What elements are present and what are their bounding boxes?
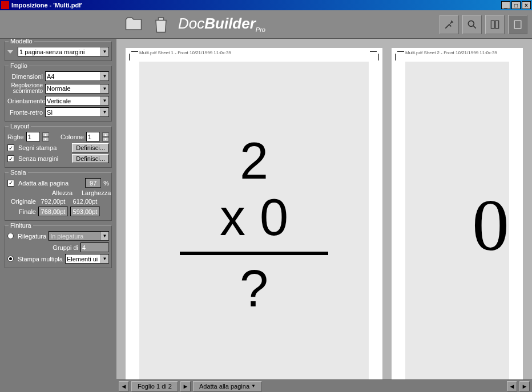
titlebar: Imposizione - 'Multi.pdf' _ □ ×: [0, 0, 532, 10]
page2-label: Multi.pdf Sheet 2 - Front 10/21/1999 11:…: [405, 50, 497, 55]
preview-view-button[interactable]: [508, 15, 527, 34]
toolbar: DocBuilderPro: [0, 10, 532, 39]
content-area: Multi.pdf Sheet 1 - Front 10/21/1999 11:…: [116, 39, 532, 392]
scroll-end-right-button[interactable]: ►: [519, 381, 530, 391]
rilegatura-label: Rilegatura: [18, 233, 46, 240]
collapse-icon[interactable]: [7, 50, 13, 54]
righe-spinner[interactable]: ▲▼: [42, 132, 49, 142]
layout-title: Layout: [9, 123, 31, 130]
dimensioni-select[interactable]: A4▼: [45, 71, 109, 81]
page2-content: 0: [405, 62, 509, 379]
senza-definisci-button[interactable]: Definisci...: [72, 154, 109, 163]
zoom-tool-button[interactable]: [462, 15, 482, 34]
colonne-spinner[interactable]: ▲▼: [102, 132, 109, 142]
foglio-group: Foglio Dimensioni A4▼ Regolazione scorri…: [5, 66, 112, 122]
senza-label: Senza margini: [18, 155, 70, 162]
app-logo: DocBuilderPro: [178, 15, 265, 33]
segni-definisci-button[interactable]: Definisci...: [72, 143, 109, 152]
originale-label: Originale: [7, 198, 36, 205]
dimensioni-label: Dimensioni: [7, 73, 43, 80]
rilegatura-radio[interactable]: [7, 233, 14, 239]
rilegatura-select[interactable]: In piegatura▼: [49, 231, 109, 241]
segni-checkbox[interactable]: ✓: [7, 144, 14, 151]
orientamento-label: Orientamento: [7, 98, 43, 104]
statusbar: ◄ Foglio 1 di 2 ► Adatta alla pagina ▼ ◄…: [116, 379, 532, 392]
app-icon: [1, 1, 9, 9]
adatta-checkbox[interactable]: ✓: [7, 180, 14, 187]
crop-mark-icon: [370, 51, 379, 60]
orientamento-select[interactable]: Verticale▼: [45, 96, 109, 106]
page-indicator[interactable]: Foglio 1 di 2: [131, 381, 178, 391]
open-folder-icon[interactable]: [123, 14, 144, 35]
page1-label: Multi.pdf Sheet 1 - Front 10/21/1999 11:…: [139, 50, 231, 55]
page-preview-2[interactable]: Multi.pdf Sheet 2 - Front 10/21/1999 11:…: [392, 48, 523, 379]
scroll-end-left-button[interactable]: ◄: [507, 381, 517, 391]
percent-input[interactable]: [85, 178, 101, 188]
layout-group: Layout Righe ▲▼ Colonne ▲▼ ✓ Segni stamp…: [5, 126, 112, 168]
colonne-input[interactable]: [86, 132, 100, 142]
page1-content: 2 x 0 ?: [139, 62, 369, 379]
settings-tool-button[interactable]: [440, 15, 459, 34]
minimize-button[interactable]: _: [501, 1, 510, 9]
modello-select[interactable]: 1 pagina-senza margini▼: [18, 47, 109, 56]
close-button[interactable]: ×: [522, 1, 531, 9]
finitura-title: Finitura: [9, 222, 33, 229]
math-line: [180, 252, 328, 255]
scroll-right-button[interactable]: ►: [180, 381, 191, 391]
scroll-left-button[interactable]: ◄: [119, 381, 129, 391]
modello-title: Modello: [9, 39, 34, 45]
modello-group: Modello 1 pagina-senza margini▼: [5, 41, 112, 61]
regolazione-select[interactable]: Normale▼: [45, 84, 109, 94]
segni-label: Segni stampa: [18, 144, 70, 151]
percent-symbol: %: [103, 180, 109, 187]
math-result: ?: [180, 261, 328, 317]
fronte-label: Fronte-retro: [7, 109, 43, 116]
trash-icon[interactable]: [151, 14, 171, 35]
originale-h: 792,00pt: [38, 198, 68, 205]
math-multiplier: x 0: [180, 189, 328, 246]
colonne-label: Colonne: [61, 134, 84, 140]
fronte-select[interactable]: Sì▼: [45, 107, 109, 117]
sidebar: Modello 1 pagina-senza margini▼ Foglio D…: [0, 39, 116, 392]
page-preview-1[interactable]: Multi.pdf Sheet 1 - Front 10/21/1999 11:…: [126, 48, 382, 379]
scala-title: Scala: [9, 169, 28, 176]
crop-mark-icon: [395, 51, 404, 60]
svg-point-0: [468, 21, 474, 26]
stampa-radio[interactable]: [7, 256, 14, 262]
righe-label: Righe: [7, 134, 24, 140]
preview-area[interactable]: Multi.pdf Sheet 1 - Front 10/21/1999 11:…: [116, 39, 532, 379]
finitura-group: Finitura Rilegatura In piegatura▼ Gruppi…: [5, 225, 112, 268]
zoom-indicator[interactable]: Adatta alla pagina ▼: [193, 381, 262, 391]
math-numerator: 2: [180, 133, 328, 189]
gruppi-label: Gruppi di: [53, 244, 78, 251]
regolazione-label: Regolazione scorrimento: [7, 83, 43, 94]
senza-checkbox[interactable]: ✓: [7, 155, 14, 162]
scala-group: Scala ✓ Adatta alla pagina % Altezza Lar…: [5, 172, 112, 221]
crop-mark-icon: [129, 51, 138, 60]
svg-rect-1: [491, 21, 494, 28]
righe-input[interactable]: [26, 132, 40, 142]
larghezza-label: Larghezza: [82, 189, 109, 196]
originale-w: 612,00pt: [70, 198, 100, 205]
layout-view-button[interactable]: [485, 15, 505, 34]
stampa-label: Stampa multipla: [18, 256, 63, 262]
finale-h-input[interactable]: [38, 207, 68, 216]
adatta-label: Adatta alla pagina: [18, 180, 83, 187]
finale-label: Finale: [7, 208, 36, 215]
svg-rect-3: [514, 21, 521, 28]
window-title: Imposizione - 'Multi.pdf': [11, 2, 82, 9]
altezza-label: Altezza: [49, 189, 76, 196]
gruppi-input[interactable]: [80, 243, 109, 252]
svg-rect-2: [495, 21, 499, 28]
foglio-title: Foglio: [9, 62, 29, 69]
stampa-select[interactable]: Elementi ui▼: [65, 254, 109, 264]
finale-w-input[interactable]: [70, 207, 100, 216]
maximize-button[interactable]: □: [511, 1, 521, 9]
